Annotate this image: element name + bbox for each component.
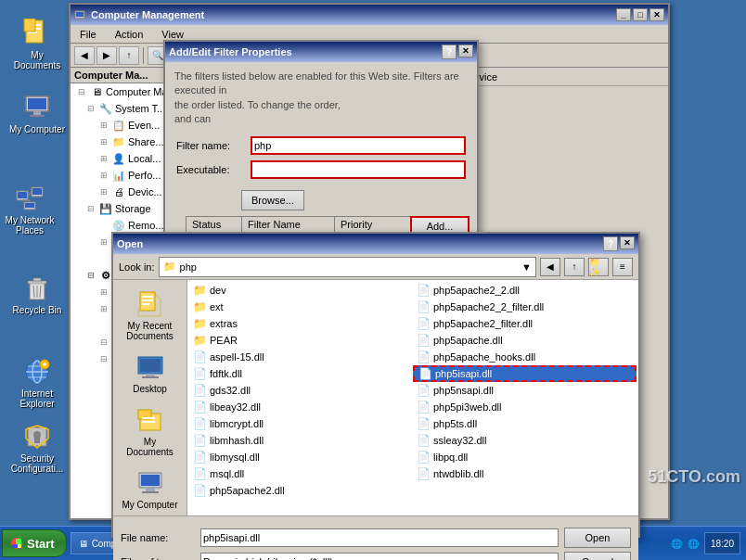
- expand-icon: ⊞: [96, 118, 111, 133]
- file-php5nsapi[interactable]: 📄 php5nsapi.dll: [413, 382, 637, 399]
- browse-button[interactable]: Browse...: [241, 190, 304, 210]
- file-libmcrypt[interactable]: 📄 libmcrypt.dll: [189, 415, 413, 432]
- nav-back-button[interactable]: ◀: [540, 258, 560, 276]
- file-php5isapi[interactable]: 📄 php5isapi.dll: [413, 365, 637, 382]
- sidebar-my-computer[interactable]: My Computer: [118, 465, 183, 514]
- file-php5apache-hooks[interactable]: 📄 php5apache_hooks.dll: [413, 349, 637, 365]
- ie2-taskbar-icon[interactable]: 🌐: [688, 539, 699, 549]
- taskbar-right: 🌐 🌐 18:20: [671, 532, 746, 554]
- recent-docs-icon: [135, 289, 165, 319]
- computer-icon: 🖥: [89, 84, 104, 99]
- desktop-icon-my-computer[interactable]: My Computer: [9, 93, 65, 134]
- clock: 18:20: [704, 532, 740, 554]
- dll-icon: 📄: [417, 467, 431, 480]
- file-ext[interactable]: 📁 ext: [189, 299, 413, 315]
- svg-rect-47: [142, 491, 159, 493]
- filetype-row: Files of type: Cancel: [121, 552, 631, 561]
- ie-taskbar-icon[interactable]: 🌐: [671, 539, 682, 549]
- event-icon: 📋: [111, 118, 126, 133]
- my-computer-icon: [22, 93, 52, 122]
- file-php5apache[interactable]: 📄 php5apache.dll: [413, 332, 637, 349]
- file-libeay32[interactable]: 📄 libeay32.dll: [189, 399, 413, 415]
- open-help-button[interactable]: ?: [603, 236, 618, 251]
- add-filter-help-button[interactable]: ?: [442, 45, 457, 59]
- sidebar-desktop[interactable]: Desktop: [118, 349, 183, 398]
- file-libmhash[interactable]: 📄 libmhash.dll: [189, 432, 413, 449]
- dll-icon: 📄: [193, 417, 207, 430]
- desktop: My Documents My Computer: [0, 0, 746, 526]
- perf-icon: 📊: [111, 168, 126, 183]
- expand-icon: ⊞: [96, 151, 111, 166]
- file-extras[interactable]: 📁 extras: [189, 315, 413, 332]
- file-libpq[interactable]: 📄 libpq.dll: [413, 449, 637, 465]
- menu-action[interactable]: Action: [109, 27, 149, 42]
- cm-maximize-button[interactable]: □: [633, 8, 648, 21]
- cm-minimize-button[interactable]: _: [616, 8, 631, 21]
- dll-icon: 📄: [417, 401, 431, 414]
- desktop-icon-ie[interactable]: Internet Explorer: [9, 357, 65, 409]
- start-button[interactable]: Start: [2, 529, 67, 557]
- file-msql[interactable]: 📄 msql.dll: [189, 465, 413, 482]
- open-cancel-button[interactable]: Cancel: [564, 552, 631, 561]
- folder-icon: 📁: [193, 334, 207, 347]
- file-pear[interactable]: 📁 PEAR: [189, 332, 413, 349]
- desktop-icon-security[interactable]: Security Configurati...: [9, 422, 65, 474]
- file-php5ts[interactable]: 📄 php5ts.dll: [413, 415, 637, 432]
- forward-button[interactable]: ▶: [96, 46, 117, 65]
- svg-rect-38: [146, 374, 155, 376]
- file-php5pi3web[interactable]: 📄 php5pi3web.dll: [413, 399, 637, 415]
- nav-up-button[interactable]: ↑: [564, 258, 585, 276]
- cm-close-button[interactable]: ✕: [650, 8, 664, 21]
- look-in-combo[interactable]: 📁 php ▼: [159, 257, 536, 277]
- executable-input[interactable]: [251, 160, 466, 179]
- file-fdftk[interactable]: 📄 fdftk.dll: [189, 365, 413, 382]
- filename-row: File name: Open: [121, 528, 631, 548]
- file-php5apache2[interactable]: 📄 php5apache2.dll: [189, 482, 413, 499]
- device-icon: 🖨: [111, 185, 126, 199]
- desktop-icon-sidebar: [135, 352, 165, 382]
- expand-icon: ⊟: [96, 351, 111, 366]
- expand-icon: ⊟: [74, 84, 89, 99]
- file-php5apache2-2filter[interactable]: 📄 php5apache2_2_filter.dll: [413, 299, 637, 315]
- svg-rect-45: [141, 475, 160, 486]
- file-php5apache2-2[interactable]: 📄 php5apache2_2.dll: [413, 282, 637, 299]
- file-gds32[interactable]: 📄 gds32.dll: [189, 382, 413, 399]
- file-libmysql[interactable]: 📄 libmysql.dll: [189, 449, 413, 465]
- svg-line-13: [28, 192, 32, 196]
- dll-icon: 📄: [417, 300, 431, 313]
- desktop-icon-my-network[interactable]: My Network Places: [2, 184, 58, 235]
- back-button[interactable]: ◀: [74, 46, 95, 65]
- dll-icon: 📄: [417, 451, 431, 464]
- file-aspell[interactable]: 📄 aspell-15.dll: [189, 349, 413, 365]
- file-php5apache2-filter[interactable]: 📄 php5apache2_filter.dll: [413, 315, 637, 332]
- filetype-input[interactable]: [200, 553, 559, 561]
- sidebar-recent[interactable]: My Recent Documents: [118, 286, 183, 345]
- expand-icon: [96, 251, 111, 266]
- ie-icon: [22, 357, 52, 387]
- sidebar-my-documents[interactable]: My Documents: [118, 401, 183, 461]
- file-ssleay32[interactable]: 📄 ssleay32.dll: [413, 432, 637, 449]
- open-close-button[interactable]: ✕: [620, 236, 635, 249]
- svg-rect-34: [142, 299, 153, 301]
- desktop-icon-recycle-bin[interactable]: Recycle Bin: [9, 274, 65, 315]
- add-filter-close-button[interactable]: ✕: [458, 45, 473, 57]
- dll-icon: 📄: [417, 434, 431, 447]
- menu-file[interactable]: File: [74, 27, 102, 42]
- file-dev[interactable]: 📁 dev: [189, 282, 413, 299]
- open-file-list: 📁 dev 📄 php5apache2_2.dll 📁 ext 📄 php5ap…: [187, 280, 638, 515]
- open-dialog-controls: ? ✕: [603, 236, 635, 251]
- desktop-icon-my-documents[interactable]: My Documents: [9, 19, 65, 70]
- nav-view-button[interactable]: ≡: [612, 258, 633, 276]
- open-button[interactable]: Open: [564, 528, 631, 548]
- svg-rect-50: [12, 544, 18, 548]
- filename-input[interactable]: [200, 528, 559, 547]
- svg-rect-19: [28, 281, 46, 284]
- filter-name-input[interactable]: [251, 136, 466, 155]
- expand-icon: ⊟: [96, 335, 111, 350]
- open-content: My Recent Documents Desktop: [113, 280, 638, 515]
- up-button[interactable]: ↑: [119, 46, 139, 65]
- folder-icon: 📁: [193, 284, 207, 297]
- dll-icon: 📄: [417, 350, 431, 363]
- nav-new-folder-button[interactable]: 📁✨: [588, 258, 609, 276]
- file-ntwdblib[interactable]: 📄 ntwdblib.dll: [413, 465, 637, 482]
